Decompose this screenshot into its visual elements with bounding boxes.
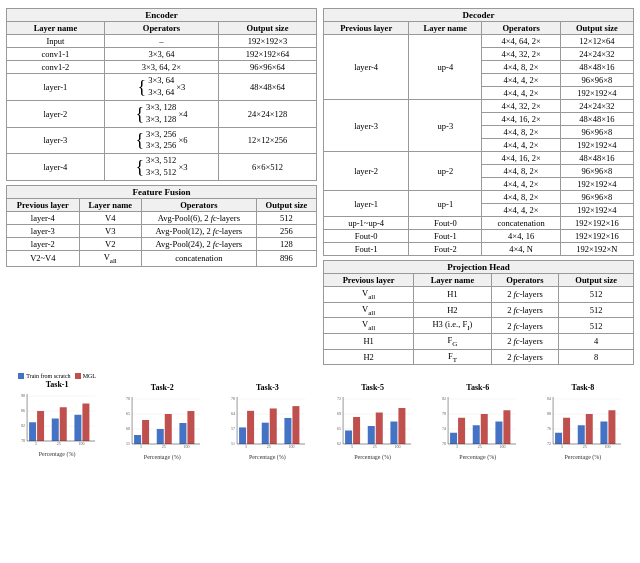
cell-size: 48×48×64 bbox=[219, 74, 317, 101]
svg-rect-15 bbox=[82, 404, 89, 442]
cell-name: FG bbox=[414, 334, 491, 350]
cell-size: 6×6×512 bbox=[219, 154, 317, 181]
cell-name: V3 bbox=[79, 225, 141, 238]
svg-text:65: 65 bbox=[126, 411, 130, 416]
table-row: up-1~up-4 Fout-0 concatenation 192×192×1… bbox=[324, 217, 634, 230]
svg-rect-72 bbox=[398, 408, 405, 444]
svg-rect-103 bbox=[555, 433, 562, 444]
cell-op: 4×4, 4, 2× bbox=[482, 74, 560, 87]
cell-name: Fout-1 bbox=[409, 230, 482, 243]
svg-rect-12 bbox=[60, 408, 67, 442]
cell-op: 2 fc-layers bbox=[491, 334, 559, 350]
svg-text:25: 25 bbox=[267, 444, 271, 449]
svg-rect-88 bbox=[480, 414, 487, 444]
cell-op: concatenation bbox=[482, 217, 560, 230]
dec-header-size: Output size bbox=[560, 22, 633, 35]
op-multiline: 3×3, 512 3×3, 512 bbox=[146, 155, 176, 179]
svg-rect-11 bbox=[52, 419, 59, 442]
cell-op: 2 fc-layers bbox=[491, 287, 559, 303]
svg-rect-47 bbox=[247, 411, 254, 444]
table-row: Vall H3 (i.e., FI) 2 fc-layers 512 bbox=[324, 318, 634, 334]
svg-text:72: 72 bbox=[547, 441, 551, 446]
cell-prev: layer-3 bbox=[324, 100, 409, 152]
table-row: layer-3 V3 Avg-Pool(12), 2 fc-layers 256 bbox=[7, 225, 317, 238]
svg-rect-69 bbox=[375, 413, 382, 445]
legend-color-scratch bbox=[18, 373, 24, 379]
cell-op: 4×4, 8, 2× bbox=[482, 191, 560, 204]
cell-op: 2 fc-layers bbox=[491, 302, 559, 318]
cell-size: 4 bbox=[559, 334, 634, 350]
cell-size: 12×12×64 bbox=[560, 35, 633, 48]
cell-prev: up-1~up-4 bbox=[324, 217, 409, 230]
table-row: H1 FG 2 fc-layers 4 bbox=[324, 334, 634, 350]
cell-prev: V2~V4 bbox=[7, 251, 80, 267]
svg-text:5: 5 bbox=[351, 444, 353, 449]
bar-chart-svg: 51576470525100 bbox=[216, 394, 318, 454]
svg-rect-27 bbox=[134, 435, 141, 444]
cell-name: H1 bbox=[414, 287, 491, 303]
svg-rect-65 bbox=[345, 431, 352, 445]
dec-header-name: Layer name bbox=[409, 22, 482, 35]
decoder-table: Decoder Previous layer Layer name Operat… bbox=[323, 8, 634, 256]
cell-size: 192×192×N bbox=[560, 243, 633, 256]
feature-fusion-table: Feature Fusion Previous layer Layer name… bbox=[6, 185, 317, 267]
cell-size: 12×12×256 bbox=[219, 127, 317, 154]
cell-op: 2 fc-layers bbox=[491, 318, 559, 334]
brace-left: { bbox=[135, 158, 144, 176]
cell-op: { 3×3, 128 3×3, 128 ×4 bbox=[104, 100, 218, 127]
bar-chart-svg: 72768084525100 bbox=[532, 394, 634, 454]
svg-text:64: 64 bbox=[231, 411, 235, 416]
svg-rect-9 bbox=[37, 411, 44, 441]
cell-name: H2 bbox=[414, 302, 491, 318]
svg-text:5: 5 bbox=[456, 444, 458, 449]
svg-rect-66 bbox=[353, 417, 360, 444]
encoder-header-layer: Layer name bbox=[7, 22, 105, 35]
cell-prev: Vall bbox=[324, 302, 414, 318]
op-multiline: 3×3, 64 3×3, 64 bbox=[148, 75, 174, 99]
svg-rect-30 bbox=[157, 429, 164, 444]
cell-size: 48×48×16 bbox=[560, 152, 633, 165]
ph-header-prev: Previous layer bbox=[324, 274, 414, 287]
cell-name: up-2 bbox=[409, 152, 482, 191]
feature-fusion-title: Feature Fusion bbox=[7, 186, 317, 199]
svg-rect-71 bbox=[390, 422, 397, 445]
chart-task-5: Task-562656972525100Percentage (%) bbox=[322, 373, 424, 460]
ph-header-name: Layer name bbox=[414, 274, 491, 287]
cell-size: 24×24×32 bbox=[560, 100, 633, 113]
table-row: conv1-2 3×3, 64, 2× 96×96×64 bbox=[7, 61, 317, 74]
svg-text:100: 100 bbox=[394, 444, 400, 449]
cell-name: V2 bbox=[79, 238, 141, 251]
svg-text:5: 5 bbox=[245, 444, 247, 449]
bar-chart-svg: 62656972525100 bbox=[322, 394, 424, 454]
table-row: layer-1 up-1 4×4, 8, 2× 96×96×8 bbox=[324, 191, 634, 204]
cell-op: 4×4, 4, 2× bbox=[482, 178, 560, 191]
cell-op: Avg-Pool(12), 2 fc-layers bbox=[141, 225, 256, 238]
cell-prev: H1 bbox=[324, 334, 414, 350]
table-row: layer-3 { 3×3, 256 3×3, 256 ×6 bbox=[7, 127, 317, 154]
decoder-title: Decoder bbox=[324, 9, 634, 22]
svg-rect-52 bbox=[285, 418, 292, 444]
chart-task-6: Task-670747882525100Percentage (%) bbox=[427, 373, 529, 460]
ff-header-ops: Operators bbox=[141, 199, 256, 212]
svg-text:25: 25 bbox=[162, 444, 166, 449]
cell-op: 4×4, 8, 2× bbox=[482, 126, 560, 139]
svg-rect-84 bbox=[450, 433, 457, 444]
legend-color-mgl bbox=[75, 373, 81, 379]
cell-prev: layer-4 bbox=[7, 212, 80, 225]
cell-op: 4×4, N bbox=[482, 243, 560, 256]
cell-name: layer-3 bbox=[7, 127, 105, 154]
chart-task-8: Task-872768084525100Percentage (%) bbox=[532, 373, 634, 460]
cell-size: 8 bbox=[559, 349, 634, 365]
cell-prev: Fout-0 bbox=[324, 230, 409, 243]
svg-rect-87 bbox=[472, 426, 479, 445]
multiplier: ×3 bbox=[176, 82, 185, 92]
svg-text:25: 25 bbox=[57, 441, 61, 446]
cell-name: up-4 bbox=[409, 35, 482, 100]
svg-text:72: 72 bbox=[337, 396, 341, 401]
cell-prev: layer-3 bbox=[7, 225, 80, 238]
charts-section: Train from scratch MGL Task-178828690525… bbox=[6, 373, 634, 460]
cell-size: 896 bbox=[256, 251, 316, 267]
svg-text:51: 51 bbox=[231, 441, 235, 446]
svg-text:78: 78 bbox=[442, 411, 446, 416]
svg-text:74: 74 bbox=[442, 426, 446, 431]
